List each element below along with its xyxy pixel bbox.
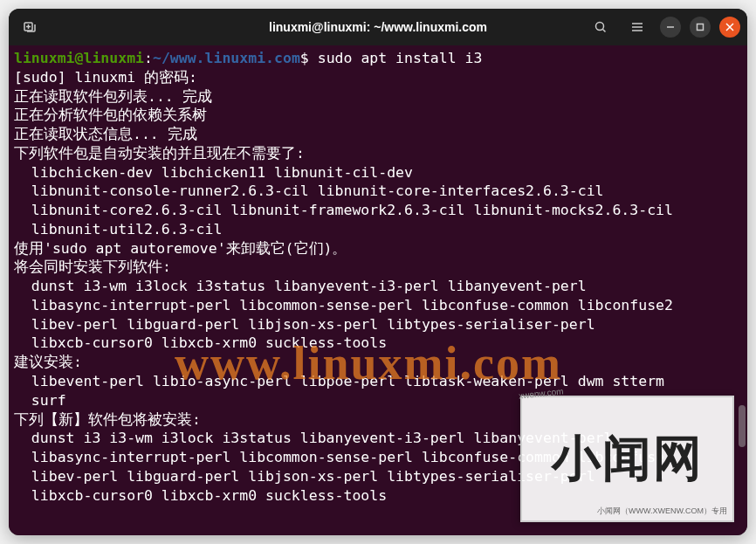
output-line: libxcb-cursor0 libxcb-xrm0 suckless-tool… bbox=[14, 486, 742, 506]
search-button[interactable] bbox=[587, 13, 615, 41]
terminal-window: linuxmi@linuxmi: ~/www.linuxmi.com linux… bbox=[9, 9, 747, 535]
output-line: 正在分析软件包的依赖关系树 bbox=[14, 106, 742, 125]
output-line: 将会同时安装下列软件: bbox=[14, 258, 742, 277]
menu-button[interactable] bbox=[623, 13, 651, 41]
output-line: libevent-perl libio-async-perl libpoe-pe… bbox=[14, 372, 742, 391]
maximize-button[interactable] bbox=[690, 17, 711, 38]
output-line: 使用'sudo apt autoremove'来卸载它(它们)。 bbox=[14, 239, 742, 258]
output-line: libnunit-util2.6.3-cil bbox=[14, 220, 742, 239]
prompt-line: linuxmi@linuxmi:~/www.linuxmi.com$ sudo … bbox=[14, 49, 742, 68]
close-button[interactable] bbox=[719, 17, 740, 38]
prompt-user: linuxmi@linuxmi bbox=[14, 50, 144, 66]
close-icon bbox=[725, 23, 734, 31]
terminal-content[interactable]: linuxmi@linuxmi:~/www.linuxmi.com$ sudo … bbox=[9, 45, 747, 535]
scrollbar-thumb[interactable] bbox=[739, 405, 746, 447]
output-line: libnunit-console-runner2.6.3-cil libnuni… bbox=[14, 182, 742, 201]
output-line: libxcb-cursor0 libxcb-xrm0 suckless-tool… bbox=[14, 334, 742, 353]
output-line: 正在读取软件包列表... 完成 bbox=[14, 87, 742, 107]
output-line: libev-perl libguard-perl libjson-xs-perl… bbox=[14, 467, 742, 486]
output-line: libnunit-core2.6.3-cil libnunit-framewor… bbox=[14, 201, 742, 220]
output-line: libasync-interrupt-perl libcommon-sense-… bbox=[14, 296, 742, 315]
minimize-icon bbox=[666, 23, 675, 31]
prompt-path: ~/www.linuxmi.com bbox=[153, 50, 300, 66]
output-line: libchicken-dev libchicken11 libnunit-cil… bbox=[14, 163, 742, 182]
svg-rect-2 bbox=[698, 24, 704, 31]
new-tab-button[interactable] bbox=[16, 13, 44, 41]
output-line: surf bbox=[14, 391, 742, 410]
output-line: [sudo] linuxmi 的密码: bbox=[14, 68, 742, 87]
window-title: linuxmi@linuxmi: ~/www.linuxmi.com bbox=[269, 20, 487, 34]
svg-point-1 bbox=[596, 23, 604, 31]
output-line: libev-perl libguard-perl libjson-xs-perl… bbox=[14, 315, 742, 334]
output-line: 下列【新】软件包将被安装: bbox=[14, 410, 742, 430]
output-line: 下列软件包是自动安装的并且现在不需要了: bbox=[14, 144, 742, 163]
output-line: dunst i3 i3-wm i3lock i3status libanyeve… bbox=[14, 429, 742, 448]
hamburger-icon bbox=[630, 20, 644, 34]
command-text: sudo apt install i3 bbox=[318, 50, 483, 66]
output-line: libasync-interrupt-perl libcommon-sense-… bbox=[14, 448, 742, 467]
maximize-icon bbox=[696, 23, 704, 31]
output-line: 建议安装: bbox=[14, 353, 742, 372]
search-icon bbox=[594, 20, 608, 34]
output-line: 正在读取状态信息... 完成 bbox=[14, 125, 742, 144]
output-line: dunst i3-wm i3lock i3status libanyevent-… bbox=[14, 277, 742, 296]
minimize-button[interactable] bbox=[660, 17, 681, 38]
new-tab-icon bbox=[23, 20, 37, 34]
titlebar: linuxmi@linuxmi: ~/www.linuxmi.com bbox=[9, 9, 747, 45]
